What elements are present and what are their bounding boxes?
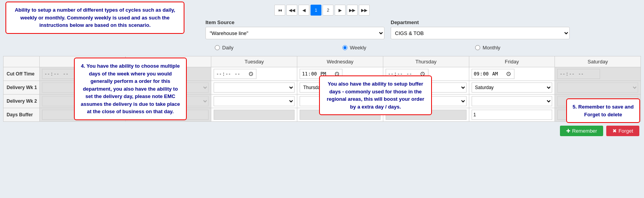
department-group: Department CIGS & TOB bbox=[391, 19, 570, 39]
cut-off-saturday bbox=[555, 67, 641, 81]
delivery-wk2-tuesday: SundayMondayTuesdayWednesdayThursdayFrid… bbox=[211, 95, 297, 108]
radio-daily[interactable]: Daily bbox=[215, 45, 233, 51]
days-buffer-label: Days Buffer bbox=[4, 108, 40, 122]
delivery-wk1-saturday-select[interactable] bbox=[557, 82, 638, 93]
cut-off-tuesday bbox=[211, 67, 297, 81]
col-header-saturday: Saturday bbox=[555, 56, 641, 67]
page-last-btn[interactable]: ▶▶ bbox=[359, 5, 370, 16]
action-row: ✚ Remember ✖ Forget bbox=[3, 126, 641, 136]
radio-monthly-label: Monthly bbox=[483, 45, 500, 51]
page-next-group-btn[interactable]: ▶▶ bbox=[347, 5, 358, 16]
cut-off-tuesday-input[interactable] bbox=[214, 69, 256, 79]
delivery-wk1-friday: SundayMondayTuesdayWednesdayThursdayFrid… bbox=[469, 81, 555, 95]
col-header-tuesday: Tuesday bbox=[211, 56, 297, 67]
cycle-type-row: Daily Weekly Monthly bbox=[3, 43, 641, 52]
page-1-btn[interactable]: 1 bbox=[311, 5, 321, 16]
delivery-wk1-tuesday: SundayMondayTuesdayWednesdayThursdayFrid… bbox=[211, 81, 297, 95]
callout-save: 5. Remember to save and Forget to delete bbox=[566, 98, 640, 123]
plus-icon: ✚ bbox=[566, 128, 570, 134]
radio-weekly-label: Weekly bbox=[350, 45, 366, 51]
page-prev-btn[interactable]: ◀ bbox=[298, 5, 309, 16]
radio-daily-input[interactable] bbox=[215, 45, 220, 50]
radio-weekly[interactable]: Weekly bbox=[342, 45, 366, 51]
days-buffer-friday-input[interactable] bbox=[472, 110, 553, 120]
days-buffer-tuesday-input[interactable] bbox=[214, 110, 295, 120]
col-header-wednesday: Wednesday bbox=[297, 56, 383, 67]
radio-monthly-input[interactable] bbox=[475, 45, 480, 50]
item-source-label: Item Source bbox=[205, 19, 384, 25]
delivery-wk1-saturday bbox=[555, 81, 641, 95]
col-header-friday: Friday bbox=[469, 56, 555, 67]
delivery-wk1-friday-select[interactable]: SundayMondayTuesdayWednesdayThursdayFrid… bbox=[472, 82, 553, 93]
callout-buffer: You also have the ability to setup buffe… bbox=[319, 75, 432, 115]
page-prev-group-btn[interactable]: ◀◀ bbox=[286, 5, 297, 16]
delivery-wk1-label: Delivery Wk 1 bbox=[4, 81, 40, 95]
cut-off-friday bbox=[469, 67, 555, 81]
item-source-select[interactable]: "Warehouse line" bbox=[205, 27, 384, 39]
cut-off-label: Cut Off Time bbox=[4, 67, 40, 81]
page-next-btn[interactable]: ▶ bbox=[335, 5, 346, 16]
delivery-wk2-tuesday-select[interactable]: SundayMondayTuesdayWednesdayThursdayFrid… bbox=[214, 96, 295, 106]
col-header-thursday: Thursday bbox=[383, 56, 469, 67]
days-buffer-friday bbox=[469, 108, 555, 122]
radio-monthly[interactable]: Monthly bbox=[475, 45, 500, 51]
minus-icon: ✖ bbox=[612, 128, 617, 134]
item-source-group: Item Source "Warehouse line" bbox=[205, 19, 384, 39]
delivery-wk2-friday-select[interactable]: SundayMondayTuesdayWednesdayThursdayFrid… bbox=[472, 96, 553, 106]
forget-label: Forget bbox=[618, 128, 633, 134]
department-label: Department bbox=[391, 19, 570, 25]
radio-weekly-input[interactable] bbox=[342, 45, 347, 50]
forget-button[interactable]: ✖ Forget bbox=[606, 126, 639, 136]
radio-daily-label: Daily bbox=[222, 45, 233, 51]
remember-label: Remember bbox=[572, 128, 597, 134]
page-2-btn[interactable]: 2 bbox=[323, 5, 333, 16]
callout-weekly-days: 4. You have the ability to choose multip… bbox=[74, 58, 187, 120]
delivery-wk2-label: Delivery Wk 2 bbox=[4, 95, 40, 108]
delivery-wk1-tuesday-select[interactable]: SundayMondayTuesdayWednesdayThursdayFrid… bbox=[214, 82, 295, 93]
days-buffer-tuesday bbox=[211, 108, 297, 122]
col-header-empty bbox=[4, 56, 40, 67]
cut-off-friday-input[interactable] bbox=[472, 69, 514, 79]
department-select[interactable]: CIGS & TOB bbox=[391, 27, 570, 39]
remember-button[interactable]: ✚ Remember bbox=[560, 126, 603, 136]
page-first-btn[interactable]: ⏮ bbox=[274, 5, 285, 16]
cut-off-saturday-input[interactable] bbox=[557, 69, 600, 79]
callout-intro: Ability to setup a number of different t… bbox=[5, 2, 184, 34]
delivery-wk2-friday: SundayMondayTuesdayWednesdayThursdayFrid… bbox=[469, 95, 555, 108]
